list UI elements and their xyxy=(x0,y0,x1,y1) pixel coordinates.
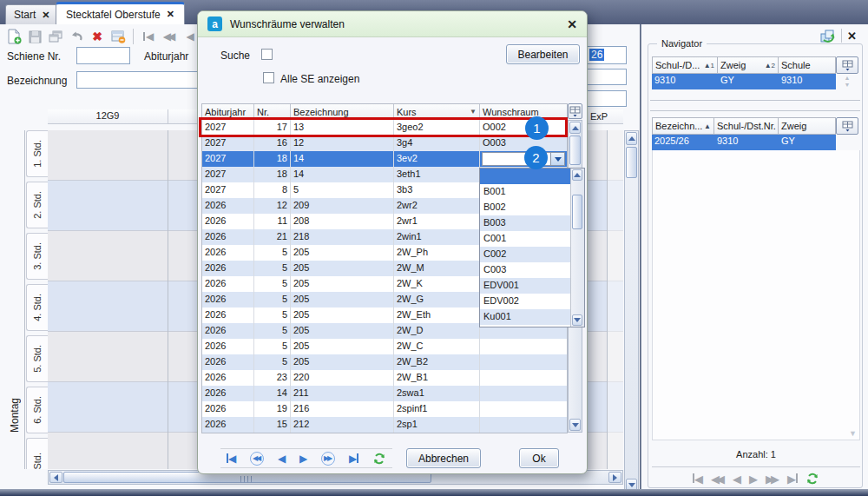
wunsch-table-row[interactable]: 202717133geo2O002 xyxy=(202,120,567,136)
nav-next-icon[interactable]: ▶ xyxy=(749,473,758,485)
scroll-thumb[interactable] xyxy=(626,147,637,178)
close-icon[interactable]: ✕ xyxy=(567,17,577,31)
wunsch-table-cell: 5 xyxy=(254,308,291,323)
nav-next-icon[interactable]: ▶ xyxy=(299,453,307,464)
scroll-up-button[interactable] xyxy=(569,122,581,134)
wunsch-table-cell: 2026 xyxy=(202,276,254,292)
wunsch-table-cell: 2026 xyxy=(202,308,254,323)
nav-first-icon[interactable]: ◀ xyxy=(227,453,236,464)
refresh-icon[interactable] xyxy=(806,472,819,486)
dialog-titlebar[interactable]: a Wunschräume verwalten ✕ xyxy=(198,11,587,37)
tab-close-icon[interactable]: ✕ xyxy=(42,10,49,21)
alle-se-checkbox[interactable] xyxy=(263,72,274,83)
nav-first-icon[interactable]: ◀ xyxy=(140,29,157,45)
wunsch-table-row[interactable]: 202652052W_C xyxy=(202,339,567,354)
suche-checkbox[interactable] xyxy=(261,49,273,60)
schiene-nr-input[interactable] xyxy=(76,47,130,64)
years-row-cell[interactable]: 9310 xyxy=(714,135,779,150)
column-header[interactable]: Wunschraum xyxy=(480,104,567,119)
scroll-right-button[interactable] xyxy=(608,472,621,483)
years-table: Bezeichn... ▲ Schul-/Dst.Nr. Zweig 2025/… xyxy=(652,117,860,150)
wunsch-table-row[interactable]: 2026232202W_B1 xyxy=(202,370,567,386)
years-row-cell[interactable]: 2025/26 xyxy=(652,135,714,150)
tab-stecktafel-oberstufe[interactable]: Stecktafel Oberstufe ✕ xyxy=(56,2,185,24)
column-header[interactable]: Schul-/Dst.Nr. xyxy=(714,117,779,135)
column-chooser-icon[interactable] xyxy=(836,56,858,74)
scroll-thumb[interactable] xyxy=(569,136,581,165)
nav-prev-page-icon[interactable]: ◀◀ xyxy=(711,473,721,485)
remove-record-icon[interactable] xyxy=(109,29,127,45)
column-header[interactable]: Abiturjahr xyxy=(202,104,254,119)
wunsch-table-row[interactable]: 202716123g4O003 xyxy=(202,136,567,151)
column-header-kurs[interactable]: Kurs▼ xyxy=(394,104,480,119)
copy-icon[interactable] xyxy=(47,29,64,45)
scroll-down-button[interactable] xyxy=(572,314,582,326)
nav-first-icon[interactable]: ◀ xyxy=(693,473,703,485)
scroll-thumb[interactable] xyxy=(572,195,582,229)
schools-row-cell[interactable]: GY xyxy=(718,74,779,89)
refresh-icon[interactable] xyxy=(372,452,386,466)
scroll-left-button[interactable] xyxy=(49,472,62,483)
wunsch-table-cell xyxy=(480,151,567,167)
combo-dropdown-button[interactable] xyxy=(550,153,564,165)
undo-icon[interactable] xyxy=(68,29,85,45)
dropdown-option[interactable]: Ku001 xyxy=(480,309,570,325)
column-chooser-icon[interactable] xyxy=(836,117,858,135)
wunsch-table-row[interactable]: 2026192162spinf1 xyxy=(202,401,567,417)
close-panel-icon[interactable]: ✕ xyxy=(847,30,857,43)
abbrechen-button[interactable]: Abbrechen xyxy=(406,448,481,468)
dropdown-option[interactable]: C003 xyxy=(480,262,570,278)
dialog-nav-buttons: ◀ ◀◀ ◀ ▶ ▶▶ ▶ xyxy=(220,448,392,468)
refresh-icon[interactable] xyxy=(820,29,836,43)
tab-close-icon[interactable]: ✕ xyxy=(167,9,174,20)
column-header[interactable]: Schul-/D... ▲1 xyxy=(652,56,718,74)
wunsch-table-row[interactable]: 202718143ev2 xyxy=(202,151,567,167)
schools-row-cell[interactable]: 9310 xyxy=(652,74,718,89)
years-row-cell[interactable]: GY xyxy=(779,135,836,150)
dropdown-option[interactable]: C001 xyxy=(480,231,570,247)
nav-prev-page-icon[interactable]: ◀◀ xyxy=(250,452,264,466)
dropdown-option[interactable]: C002 xyxy=(480,247,570,262)
column-header[interactable]: Zweig xyxy=(779,117,836,135)
column-header[interactable]: Bezeichnung xyxy=(291,104,394,119)
dropdown-option[interactable]: B001 xyxy=(480,184,570,200)
nav-next-page-icon[interactable]: ▶▶ xyxy=(766,473,776,485)
wunsch-table-cell: O002 xyxy=(480,120,567,136)
nav-prev-page-icon[interactable]: ◀◀ xyxy=(161,29,178,45)
scroll-up-button[interactable] xyxy=(626,132,637,145)
scroll-down-button[interactable] xyxy=(569,419,581,431)
column-header[interactable]: Zweig ▲2 xyxy=(718,56,779,74)
bearbeiten-button[interactable]: Bearbeiten xyxy=(506,44,580,64)
dropdown-option[interactable]: EDV001 xyxy=(480,278,570,294)
column-header[interactable]: Nr. xyxy=(254,104,291,119)
nav-last-icon[interactable]: ▶ xyxy=(787,473,798,485)
scroll-up-button[interactable] xyxy=(572,169,582,181)
dropdown-option[interactable]: B003 xyxy=(480,215,570,231)
column-chooser-icon[interactable] xyxy=(568,103,582,119)
dropdown-scrollbar[interactable] xyxy=(570,169,584,327)
wunschraum-combobox[interactable] xyxy=(482,152,565,166)
nav-next-page-icon[interactable]: ▶▶ xyxy=(321,452,335,466)
ok-button[interactable]: Ok xyxy=(519,448,559,468)
splitter[interactable] xyxy=(650,100,860,101)
column-header[interactable]: Bezeichn... ▲ xyxy=(652,117,714,135)
column-header[interactable]: Schule xyxy=(779,56,836,74)
nav-prev-icon[interactable]: ◀ xyxy=(733,473,741,485)
schools-row-cell[interactable]: 9310 xyxy=(779,74,836,89)
wunsch-table-row[interactable]: 2026142112swa1 xyxy=(202,386,567,401)
nav-prev-icon[interactable]: ◀ xyxy=(278,453,286,464)
wunsch-table-row[interactable]: 202652052W_B2 xyxy=(202,354,567,370)
wunsch-table-cell: 2win1 xyxy=(394,229,480,245)
dropdown-option[interactable]: EDV002 xyxy=(480,294,570,309)
dropdown-option[interactable] xyxy=(480,169,570,184)
nav-last-icon[interactable]: ▶ xyxy=(349,453,358,464)
delete-icon[interactable]: ✖ xyxy=(89,29,106,45)
splitter[interactable] xyxy=(650,110,860,111)
grid-vertical-scrollbar[interactable] xyxy=(624,130,639,493)
nav-prev-icon[interactable]: ◀ xyxy=(181,29,199,45)
dropdown-option[interactable]: B002 xyxy=(480,200,570,215)
save-icon[interactable] xyxy=(26,29,43,45)
tab-start[interactable]: Start ✕ xyxy=(5,4,59,24)
new-record-icon[interactable] xyxy=(5,29,23,45)
wunsch-table-row[interactable]: 2026152122sp1 xyxy=(202,417,567,433)
